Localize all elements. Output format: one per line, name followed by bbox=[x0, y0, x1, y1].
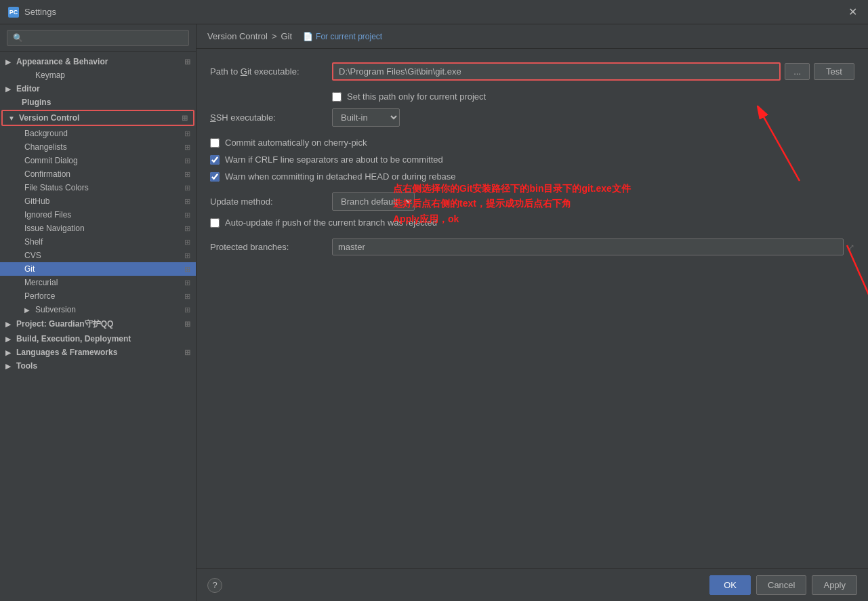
sidebar-item-ignored-files[interactable]: Ignored Files ⊞ bbox=[0, 208, 196, 222]
sidebar-item-label: Project: Guardian守护QQ bbox=[16, 318, 113, 330]
sidebar-item-github[interactable]: GitHub ⊞ bbox=[0, 194, 196, 208]
settings-icon9: ⊞ bbox=[184, 224, 190, 233]
ssh-dropdown[interactable]: Built-in Native bbox=[332, 108, 400, 127]
path-row: Path to Git executable: ... Test bbox=[210, 62, 854, 81]
sidebar-item-commit-dialog[interactable]: Commit Dialog ⊞ bbox=[0, 154, 196, 167]
test-button[interactable]: Test bbox=[814, 63, 854, 80]
sidebar: ▶ Appearance & Behavior ⊞ Keymap ▶ Edito… bbox=[0, 24, 197, 601]
sidebar-item-label: CVS bbox=[24, 251, 41, 260]
sidebar-item-label: Mercurial bbox=[24, 278, 58, 287]
warn-crlf-row: Warn if CRLF line separators are about t… bbox=[210, 154, 854, 165]
sidebar-item-file-status-colors[interactable]: File Status Colors ⊞ bbox=[0, 181, 196, 194]
sidebar-item-label: Changelists bbox=[24, 142, 67, 152]
sidebar-item-confirmation[interactable]: Confirmation ⊞ bbox=[0, 167, 196, 181]
auto-update-checkbox[interactable] bbox=[210, 218, 220, 228]
bottom-bar: ? OK Cancel Apply bbox=[197, 568, 868, 601]
breadcrumb-git: Git bbox=[281, 31, 292, 41]
arrow-icon5: ▶ bbox=[5, 349, 14, 356]
sidebar-item-cvs[interactable]: CVS ⊞ bbox=[0, 249, 196, 262]
browse-button[interactable]: ... bbox=[785, 63, 810, 80]
arrow-icon2: ▶ bbox=[24, 306, 33, 314]
bottom-left: ? bbox=[207, 578, 222, 593]
settings-icon6: ⊞ bbox=[184, 184, 190, 192]
cancel-button[interactable]: Cancel bbox=[756, 575, 806, 595]
sidebar-item-label: Background bbox=[24, 129, 68, 138]
settings-icon16: ⊞ bbox=[184, 320, 190, 329]
warn-detached-checkbox[interactable] bbox=[210, 172, 220, 182]
sidebar-item-label: Plugins bbox=[22, 98, 51, 107]
sidebar-item-subversion[interactable]: ▶ Subversion ⊞ bbox=[0, 303, 196, 316]
sidebar-item-perforce[interactable]: Perforce ⊞ bbox=[0, 289, 196, 303]
breadcrumb: Version Control > Git 📄 For current proj… bbox=[197, 24, 868, 49]
sidebar-item-issue-navigation[interactable]: Issue Navigation ⊞ bbox=[0, 222, 196, 235]
help-button[interactable]: ? bbox=[207, 578, 222, 593]
sidebar-item-git[interactable]: Git ⊞ bbox=[0, 262, 196, 276]
sidebar-item-shelf[interactable]: Shelf ⊞ bbox=[0, 235, 196, 249]
sidebar-item-tools[interactable]: ▶ Tools bbox=[0, 359, 196, 373]
settings-window: PC Settings ✕ ▶ Appearance & Behavior ⊞ … bbox=[0, 0, 868, 601]
update-label: Update method: bbox=[210, 196, 332, 207]
warn-crlf-checkbox[interactable] bbox=[210, 155, 220, 165]
sidebar-item-label: Version Control bbox=[19, 113, 79, 123]
sidebar-item-label: Git bbox=[24, 264, 35, 274]
set-path-label: Set this path only for current project bbox=[347, 91, 486, 102]
apply-button[interactable]: Apply bbox=[812, 575, 857, 595]
update-method-dropdown[interactable]: Branch default Merge Rebase bbox=[332, 192, 415, 211]
sidebar-item-label: File Status Colors bbox=[24, 183, 89, 192]
protected-branches-row: Protected branches: ⤢ bbox=[210, 239, 854, 255]
settings-icon4: ⊞ bbox=[184, 157, 190, 165]
sidebar-item-languages[interactable]: ▶ Languages & Frameworks ⊞ bbox=[0, 346, 196, 359]
warn-detached-row: Warn when committing in detached HEAD or… bbox=[210, 171, 854, 182]
auto-update-label: Auto-update if push of the current branc… bbox=[225, 217, 437, 228]
settings-icon15: ⊞ bbox=[184, 306, 190, 314]
for-project-icon: 📄 bbox=[303, 32, 313, 41]
app-icon: PC bbox=[8, 7, 19, 18]
sidebar-item-background[interactable]: Background ⊞ bbox=[0, 127, 196, 140]
search-input[interactable] bbox=[7, 30, 189, 46]
sidebar-item-label: Appearance & Behavior bbox=[16, 57, 108, 66]
sidebar-item-keymap[interactable]: Keymap bbox=[0, 68, 196, 82]
set-path-checkbox[interactable] bbox=[332, 92, 342, 102]
sidebar-item-label: Confirmation bbox=[24, 169, 70, 179]
ok-button[interactable]: OK bbox=[709, 575, 751, 595]
titlebar: PC Settings ✕ bbox=[0, 0, 868, 24]
commit-auto-checkbox[interactable] bbox=[210, 138, 220, 148]
sidebar-item-mercurial[interactable]: Mercurial ⊞ bbox=[0, 276, 196, 289]
arrow-icon6: ▶ bbox=[5, 362, 14, 370]
settings-icon8: ⊞ bbox=[184, 211, 190, 220]
settings-icon14: ⊞ bbox=[184, 292, 190, 301]
settings-icon11: ⊞ bbox=[184, 251, 190, 260]
close-button[interactable]: ✕ bbox=[846, 5, 860, 18]
sidebar-item-changelists[interactable]: Changelists ⊞ bbox=[0, 140, 196, 154]
sidebar-item-appearance[interactable]: ▶ Appearance & Behavior ⊞ bbox=[0, 55, 196, 68]
auto-update-row: Auto-update if push of the current branc… bbox=[210, 217, 854, 228]
svg-line-1 bbox=[847, 245, 868, 568]
warn-crlf-label: Warn if CRLF line separators are about t… bbox=[225, 154, 443, 165]
sidebar-item-editor[interactable]: ▶ Editor bbox=[0, 82, 196, 96]
sidebar-item-build[interactable]: ▶ Build, Execution, Deployment bbox=[0, 332, 196, 346]
sidebar-item-project-guardian[interactable]: ▶ Project: Guardian守护QQ ⊞ bbox=[0, 316, 196, 332]
settings-icon2: ⊞ bbox=[184, 129, 190, 138]
set-path-row: Set this path only for current project bbox=[210, 91, 854, 102]
protected-input[interactable] bbox=[332, 239, 844, 255]
sidebar-item-label: Tools bbox=[16, 361, 37, 371]
breadcrumb-sep: > bbox=[272, 31, 277, 41]
settings-icon5: ⊞ bbox=[184, 170, 190, 179]
sidebar-item-label: Languages & Frameworks bbox=[16, 348, 117, 357]
sidebar-item-version-control[interactable]: ▼ Version Control ⊞ bbox=[3, 111, 193, 125]
settings-icon17: ⊞ bbox=[184, 348, 190, 357]
bottom-right: OK Cancel Apply bbox=[709, 575, 857, 595]
settings-content: Path to Git executable: ... Test Set thi… bbox=[197, 49, 868, 568]
version-control-section: ▼ Version Control ⊞ bbox=[1, 110, 194, 126]
path-input[interactable] bbox=[332, 62, 781, 81]
update-method-row: Update method: Branch default Merge Reba… bbox=[210, 192, 854, 211]
main-panel: Version Control > Git 📄 For current proj… bbox=[197, 24, 868, 601]
arrow-icon4: ▶ bbox=[5, 335, 14, 343]
settings-icon12: ⊞ bbox=[184, 265, 190, 274]
protected-expand-icon[interactable]: ⤢ bbox=[848, 243, 854, 252]
sidebar-item-plugins[interactable]: Plugins bbox=[0, 96, 196, 109]
settings-icon3: ⊞ bbox=[184, 143, 190, 152]
commit-auto-row: Commit automatically on cherry-pick bbox=[210, 138, 854, 148]
warn-detached-label: Warn when committing in detached HEAD or… bbox=[225, 171, 456, 182]
sidebar-item-label: Perforce bbox=[24, 291, 55, 301]
